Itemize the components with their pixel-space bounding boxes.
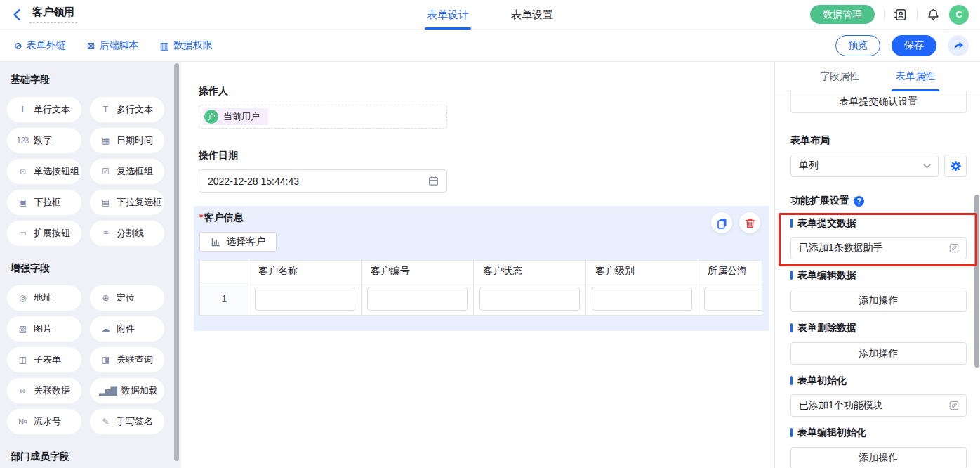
contacts-icon[interactable]: [894, 8, 908, 22]
cell-input[interactable]: [367, 287, 468, 311]
tab-form-properties[interactable]: 表单属性: [896, 62, 935, 91]
cell-input[interactable]: [704, 287, 762, 311]
operator-field[interactable]: 操作人 户 当前用户: [199, 85, 774, 129]
field-type-pill[interactable]: № 流水号: [7, 409, 81, 434]
cell-input[interactable]: [592, 287, 692, 311]
field-type-pill[interactable]: ◎ 地址: [7, 285, 81, 311]
field-type-label: 日期时间: [117, 134, 153, 147]
field-type-label: 流水号: [34, 415, 61, 428]
tab-form-settings[interactable]: 表单设置: [511, 0, 553, 30]
customer-info-section[interactable]: * 客户信息 选择客户: [194, 206, 769, 331]
notification-bell-icon[interactable]: [927, 8, 940, 21]
field-type-pill[interactable]: ▭ 扩展按钮: [7, 221, 81, 246]
help-question-icon[interactable]: ?: [854, 196, 864, 207]
field-type-pill[interactable]: ▦ 日期时间: [90, 128, 164, 153]
sidebar-scrollbar[interactable]: [174, 63, 179, 461]
field-type-pill[interactable]: I 单行文本: [7, 97, 81, 122]
data-manage-button[interactable]: 数据管理: [810, 5, 875, 24]
table-cell: [474, 282, 586, 315]
chevron-down-icon: [923, 164, 931, 169]
field-type-label: 数据加载: [121, 384, 158, 397]
table-cell: [249, 282, 362, 315]
field-type-pill[interactable]: ◨ 关联查询: [90, 347, 164, 372]
field-type-pill[interactable]: ▣ 下拉框: [7, 190, 81, 215]
column-header: 客户级别: [586, 261, 698, 282]
operate-date-field[interactable]: 操作日期: [199, 150, 774, 193]
field-type-label: 关联数据: [34, 384, 70, 397]
field-type-pill[interactable]: 123 数字: [7, 128, 81, 153]
field-type-pill[interactable]: ▧ 图片: [7, 316, 81, 342]
tab-form-design[interactable]: 表单设计: [427, 0, 469, 30]
edit-icon[interactable]: [948, 242, 960, 254]
field-type-icon: ▧: [16, 325, 29, 333]
toolbar-link[interactable]: ⊘ 表单外链: [14, 39, 66, 52]
trash-icon: [744, 217, 756, 229]
copy-section-button[interactable]: [711, 212, 732, 233]
properties-panel: 字段属性 表单属性 表单提交确认设置 表单布局 单列 功能扩展设置 ?: [774, 62, 980, 468]
divider: [917, 9, 918, 20]
form-init-value-box[interactable]: 已添加1个功能模块: [790, 394, 967, 417]
field-type-icon: I: [16, 105, 29, 114]
share-button[interactable]: [948, 35, 969, 56]
select-customer-button[interactable]: 选择客户: [199, 232, 277, 252]
user-avatar[interactable]: C: [949, 5, 969, 25]
save-button[interactable]: 保存: [892, 35, 936, 56]
field-type-pill[interactable]: ☑ 复选框组: [90, 159, 164, 184]
submit-confirm-settings-button[interactable]: 表单提交确认设置: [790, 91, 967, 113]
operator-value-box[interactable]: 户 当前用户: [199, 105, 447, 129]
add-action-button[interactable]: 添加操作: [790, 342, 967, 365]
field-type-icon: ⊙: [16, 167, 29, 176]
field-type-pill[interactable]: ⊙ 单选按钮组: [7, 159, 81, 184]
preview-button[interactable]: 预览: [835, 35, 880, 56]
delete-section-button[interactable]: [739, 212, 760, 233]
form-title[interactable]: 客户领用: [29, 6, 77, 23]
field-type-pill[interactable]: ◫ 子表单: [7, 347, 81, 372]
form-layout-label: 表单布局: [790, 134, 967, 147]
cell-input[interactable]: [255, 287, 355, 311]
row-number-header: [200, 261, 249, 282]
field-type-pill[interactable]: ✎ 手写签名: [90, 409, 164, 434]
form-init-value: 已添加1个功能模块: [799, 399, 883, 412]
column-header: 客户状态: [474, 261, 586, 282]
field-type-icon: №: [16, 417, 29, 426]
row-number-cell: 1: [200, 282, 249, 315]
layout-select-value: 单列: [799, 160, 923, 172]
field-type-label: 分割线: [117, 227, 144, 240]
tab-field-properties[interactable]: 字段属性: [820, 62, 859, 91]
field-type-pill[interactable]: ⊕ 定位: [90, 285, 164, 311]
field-type-icon: ☑: [99, 167, 112, 176]
add-action-button[interactable]: 添加操作: [790, 290, 967, 312]
layout-settings-button[interactable]: [944, 155, 967, 177]
operate-date-input[interactable]: [208, 176, 428, 187]
header-tabs: 表单设计 表单设置: [427, 0, 553, 30]
field-type-pill[interactable]: ▂▅▇ 数据加载: [90, 378, 164, 403]
form-designer-app: 客户领用 表单设计 表单设置 数据管理 C ⊘ 表单外链: [0, 0, 980, 468]
panel-scrollbar[interactable]: [974, 195, 979, 368]
layout-select[interactable]: 单列: [790, 155, 939, 177]
field-type-pill[interactable]: ≡ 分割线: [90, 221, 164, 246]
cell-input[interactable]: [479, 287, 580, 311]
toolbar-link[interactable]: ▥ 数据权限: [159, 39, 212, 52]
operate-date-input-box[interactable]: [199, 169, 447, 193]
toolbar-link[interactable]: ⊠ 后端脚本: [87, 39, 139, 52]
field-library-sidebar: 基础字段 I 单行文本 T 多行文本 123 数字: [0, 62, 181, 468]
field-type-pill[interactable]: ☁ 附件: [90, 316, 164, 342]
field-type-pill[interactable]: ∞ 关联数据: [7, 378, 81, 403]
field-type-pill[interactable]: ▤ 下拉复选框: [90, 190, 164, 215]
field-type-icon: 123: [16, 136, 29, 145]
toolbar-link-icon: ▥: [159, 41, 168, 51]
current-user-tag[interactable]: 户 当前用户: [203, 108, 268, 125]
field-type-pill[interactable]: T 多行文本: [90, 97, 164, 122]
field-type-label: 地址: [34, 292, 52, 304]
submit-data-value-box[interactable]: 已添加1条数据助手: [790, 237, 967, 259]
user-tag-icon: 户: [204, 110, 218, 124]
edit-icon[interactable]: [948, 400, 960, 411]
add-action-button[interactable]: 添加操作: [790, 447, 967, 468]
field-type-icon: ▭: [16, 229, 29, 238]
share-arrow-icon: [953, 41, 964, 51]
section-bar: [790, 323, 793, 332]
back-button[interactable]: [13, 8, 21, 21]
field-type-icon: ◎: [16, 294, 29, 302]
basic-fields-grid: I 单行文本 T 多行文本 123 数字 ▦: [7, 97, 164, 246]
panel-tabs: 字段属性 表单属性: [775, 62, 980, 91]
